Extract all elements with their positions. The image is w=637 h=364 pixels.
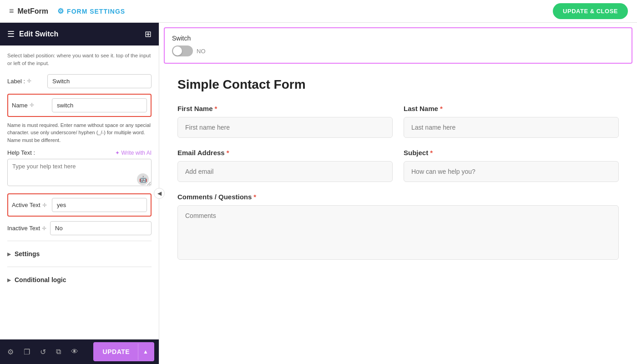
conditional-logic-header[interactable]: ▶ Conditional logic bbox=[7, 272, 152, 288]
help-text-wrapper: 🤖 bbox=[7, 159, 152, 188]
inactive-text-input[interactable] bbox=[50, 221, 152, 235]
label-field-label: Label : ✛ bbox=[7, 78, 44, 85]
email-field: Email Address * bbox=[177, 149, 393, 182]
comments-label: Comments / Questions * bbox=[177, 193, 619, 201]
toolbar-layers-icon[interactable]: ❐ bbox=[21, 345, 33, 359]
form-settings-label: FORM SETTINGS bbox=[67, 8, 125, 15]
comments-required: * bbox=[253, 193, 256, 201]
label-field-row: Label : ✛ bbox=[7, 74, 152, 88]
switch-toggle[interactable]: NO bbox=[172, 46, 624, 56]
last-name-field: Last Name * bbox=[404, 105, 619, 138]
first-name-label: First Name * bbox=[177, 105, 393, 112]
name-field-wrapper: Name ✛ bbox=[7, 94, 152, 117]
gear-icon: ⚙ bbox=[57, 7, 64, 15]
subject-input[interactable] bbox=[404, 161, 619, 182]
write-ai-label: Write with AI bbox=[121, 150, 152, 156]
update-button-wrapper: UPDATE ▲ bbox=[93, 342, 154, 361]
switch-preview-label: Switch bbox=[172, 35, 624, 42]
inactive-text-row: Inactive Text ✛ bbox=[7, 221, 152, 235]
last-name-required: * bbox=[440, 105, 443, 112]
last-name-label: Last Name * bbox=[404, 105, 619, 112]
name-hint: Name is must required. Enter name withou… bbox=[7, 121, 152, 144]
form-settings-link[interactable]: ⚙ FORM SETTINGS bbox=[57, 7, 125, 15]
sidebar-hint: Select label position: where you want to… bbox=[7, 52, 152, 68]
conditional-logic-section: ▶ Conditional logic bbox=[7, 272, 152, 288]
form-title: Simple Contact Form bbox=[177, 77, 619, 92]
sidebar-header: ☰ Edit Switch ⊞ bbox=[0, 23, 159, 46]
inactive-text-label: Inactive Text ✛ bbox=[7, 225, 46, 232]
hamburger-icon[interactable]: ≡ bbox=[9, 6, 14, 16]
comments-textarea[interactable] bbox=[177, 205, 619, 260]
toolbar-history-icon[interactable]: ↺ bbox=[37, 345, 49, 359]
subject-required: * bbox=[430, 149, 433, 157]
comments-field: Comments / Questions * bbox=[177, 193, 619, 262]
divider-2 bbox=[7, 267, 152, 267]
subject-field: Subject * bbox=[404, 149, 619, 182]
form-content: Simple Contact Form First Name * Last Na… bbox=[159, 64, 637, 286]
metform-logo: ≡ MetForm bbox=[9, 6, 48, 16]
main-layout: ☰ Edit Switch ⊞ Select label position: w… bbox=[0, 23, 637, 364]
label-move-icon[interactable]: ✛ bbox=[27, 78, 31, 84]
email-input[interactable] bbox=[177, 161, 393, 182]
name-input[interactable] bbox=[52, 98, 147, 112]
subject-label: Subject * bbox=[404, 149, 619, 157]
toggle-knob bbox=[173, 46, 182, 56]
switch-preview-box: Switch NO bbox=[164, 27, 632, 64]
name-fields-row: First Name * Last Name * bbox=[177, 105, 619, 138]
settings-arrow-icon: ▶ bbox=[7, 252, 11, 257]
first-name-field: First Name * bbox=[177, 105, 393, 138]
name-field-label: Name ✛ bbox=[12, 102, 48, 109]
first-name-input[interactable] bbox=[177, 117, 393, 138]
active-text-wrapper: Active Text ✛ bbox=[7, 193, 152, 217]
label-input[interactable] bbox=[47, 74, 152, 88]
first-name-required: * bbox=[215, 105, 217, 112]
email-subject-row: Email Address * Subject * bbox=[177, 149, 619, 182]
settings-section-label: Settings bbox=[15, 250, 40, 258]
app-name: MetForm bbox=[18, 7, 49, 15]
header-left: ≡ MetForm ⚙ FORM SETTINGS bbox=[9, 6, 125, 16]
sidebar-header-left: ☰ Edit Switch bbox=[7, 29, 58, 39]
top-header: ≡ MetForm ⚙ FORM SETTINGS UPDATE & CLOSE bbox=[0, 0, 637, 23]
ai-avatar-icon: 🤖 bbox=[137, 173, 149, 185]
sidebar-grid-icon[interactable]: ⊞ bbox=[145, 29, 152, 39]
update-button[interactable]: UPDATE bbox=[95, 344, 138, 360]
write-ai-button[interactable]: ✦ Write with AI bbox=[115, 150, 152, 156]
help-text-header: Help Text : ✦ Write with AI bbox=[7, 149, 152, 156]
active-text-label: Active Text ✛ bbox=[12, 202, 48, 208]
conditional-logic-label: Conditional logic bbox=[15, 276, 66, 283]
toggle-state-label: NO bbox=[197, 48, 206, 55]
settings-section: ▶ Settings bbox=[7, 246, 152, 262]
bottom-toolbar: ⚙ ❐ ↺ ⧉ 👁 UPDATE ▲ bbox=[0, 339, 159, 364]
update-close-button[interactable]: UPDATE & CLOSE bbox=[553, 3, 628, 19]
help-text-textarea[interactable] bbox=[7, 159, 152, 186]
help-text-label: Help Text : bbox=[7, 149, 35, 156]
left-sidebar: ☰ Edit Switch ⊞ Select label position: w… bbox=[0, 23, 159, 364]
name-field-row: Name ✛ bbox=[12, 98, 147, 112]
active-text-move-icon[interactable]: ✛ bbox=[42, 202, 47, 208]
settings-section-header[interactable]: ▶ Settings bbox=[7, 246, 152, 262]
sidebar-collapse-arrow[interactable]: ◀ bbox=[154, 188, 165, 199]
conditional-logic-arrow-icon: ▶ bbox=[7, 278, 11, 283]
toolbar-eye-icon[interactable]: 👁 bbox=[68, 345, 81, 359]
name-move-icon[interactable]: ✛ bbox=[30, 102, 34, 108]
sidebar-hamburger-icon[interactable]: ☰ bbox=[7, 29, 15, 39]
toolbar-copy-icon[interactable]: ⧉ bbox=[53, 345, 64, 359]
toolbar-gear-icon[interactable]: ⚙ bbox=[5, 345, 16, 359]
divider-1 bbox=[7, 241, 152, 241]
preview-area: Switch NO Simple Contact Form First Name… bbox=[159, 23, 637, 364]
toggle-track[interactable] bbox=[172, 46, 193, 56]
email-label: Email Address * bbox=[177, 149, 393, 157]
write-ai-icon: ✦ bbox=[115, 150, 120, 156]
update-chevron-button[interactable]: ▲ bbox=[138, 344, 153, 360]
active-text-input[interactable] bbox=[52, 198, 147, 212]
last-name-input[interactable] bbox=[404, 117, 619, 138]
active-text-row: Active Text ✛ bbox=[12, 198, 147, 212]
email-required: * bbox=[227, 149, 229, 157]
comments-row: Comments / Questions * bbox=[177, 193, 619, 262]
sidebar-content: Select label position: where you want to… bbox=[0, 46, 159, 339]
sidebar-title: Edit Switch bbox=[19, 30, 58, 38]
inactive-text-move-icon[interactable]: ✛ bbox=[42, 225, 46, 232]
